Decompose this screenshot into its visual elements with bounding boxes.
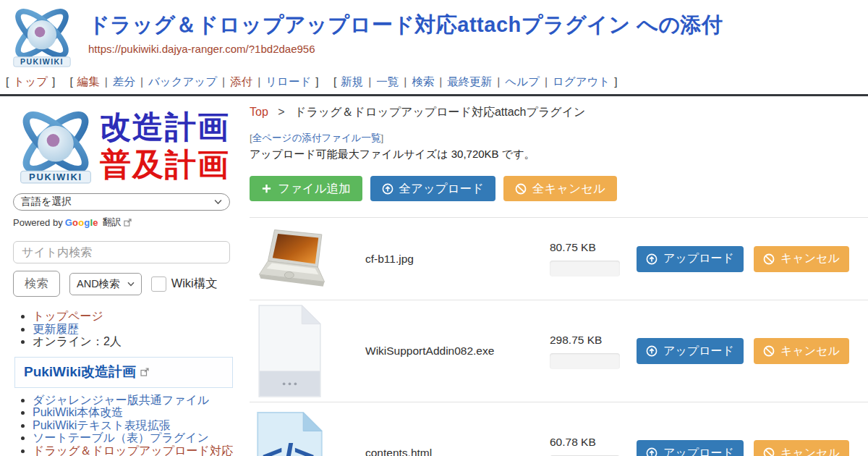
nav-top-link[interactable]: トップ (13, 75, 48, 88)
separator: | (497, 75, 500, 88)
bracket: ] (380, 132, 383, 143)
site-search-input[interactable] (13, 241, 230, 263)
nav-attach-link[interactable]: 添付 (230, 75, 252, 88)
upload-file-list: cf-b11.jpg 80.75 KB アップロード (250, 217, 868, 456)
sidebar-link-sort-table[interactable]: ソートテーブル（表）プラグイン (33, 431, 209, 444)
svg-text:</>: </> (262, 437, 315, 456)
wiki-syntax-label: Wiki構文 (171, 276, 218, 292)
sidebar-link-common-files[interactable]: ダジャレンジャー版共通ファイル (33, 394, 209, 406)
search-button[interactable]: 検索 (13, 271, 60, 297)
nav-recent-link[interactable]: 最終更新 (447, 75, 492, 88)
list-item: ドラッグ＆ドロップアップロード対応attachプラグイン (33, 444, 233, 456)
upload-button[interactable]: アップロード (637, 440, 744, 456)
sidebar-section-title[interactable]: PukiWiki改造計画 (14, 357, 233, 388)
ban-icon (763, 345, 775, 357)
plus-icon (261, 183, 272, 194)
file-size: 60.78 KB (550, 436, 637, 449)
list-item: オンライン：2人 (33, 335, 233, 348)
file-thumbnail: </> (250, 410, 358, 456)
cancel-button[interactable]: キャンセル (754, 338, 849, 364)
file-row: cf-b11.jpg 80.75 KB アップロード (250, 217, 868, 300)
sidebar-link-text-ext[interactable]: PukiWikiテキスト表現拡張 (33, 419, 171, 431)
cancel-all-button[interactable]: 全キャンセル (503, 176, 617, 201)
file-name: cf-b11.jpg (358, 253, 550, 266)
search-mode-select[interactable]: AND検索 (69, 273, 142, 295)
page-title: ドラッグ＆ドロップアップロード対応attachプラグイン への添付 (88, 11, 723, 40)
logo-text-line1: 改造計画 (100, 108, 230, 145)
upload-button[interactable]: アップロード (637, 338, 744, 364)
separator: | (368, 75, 371, 88)
ban-icon (515, 183, 527, 195)
nav-help-link[interactable]: ヘルプ (505, 75, 540, 88)
cancel-label: キャンセル (780, 446, 840, 456)
upload-button[interactable]: アップロード (637, 246, 744, 272)
cancel-label: キャンセル (780, 344, 840, 359)
list-item: PukiWikiテキスト表現拡張 (33, 419, 233, 432)
cancel-button[interactable]: キャンセル (754, 440, 849, 456)
search-mode-value: AND検索 (77, 277, 120, 291)
language-select[interactable]: 言語を選択 (13, 193, 230, 211)
chevron-down-icon (127, 282, 135, 287)
section-title-text: PukiWiki改造計画 (24, 363, 136, 381)
html-code-file-icon: </> (255, 410, 324, 456)
cancel-all-label: 全キャンセル (532, 181, 605, 197)
add-files-button[interactable]: ファイル追加 (250, 176, 362, 201)
sidebar: 改造計画 普及計画 言語を選択 Powered by Google 翻訳 検索 … (0, 96, 239, 456)
sidebar-link-dnd-attach[interactable]: ドラッグ＆ドロップアップロード対応attachプラグイン (33, 444, 233, 456)
nav-reload-link[interactable]: リロード (265, 75, 311, 88)
list-item: ダジャレンジャー版共通ファイル (33, 394, 233, 407)
file-size: 298.75 KB (550, 334, 637, 347)
bulk-action-buttons: ファイル追加 全アップロード 全キャンセル (250, 176, 868, 201)
page-url: https://pukiwiki.dajya-ranger.com/?1bd2d… (88, 43, 723, 55)
arrow-up-circle-icon (646, 253, 658, 265)
wiki-syntax-checkbox[interactable] (151, 276, 166, 292)
separator: | (545, 75, 548, 88)
ban-icon (763, 253, 775, 265)
separator: | (258, 75, 260, 88)
max-upload-size-text: アップロード可能最大ファイルサイズは 30,720KB です。 (250, 148, 868, 161)
list-item: トップページ (33, 310, 233, 323)
language-select-value: 言語を選択 (21, 195, 72, 208)
list-item: 更新履歴 (33, 323, 233, 336)
file-name: contents.html (358, 447, 550, 456)
site-header: ドラッグ＆ドロップアップロード対応attachプラグイン への添付 https:… (0, 0, 868, 71)
pukiwiki-logo[interactable] (7, 4, 77, 71)
upload-progress-bar (550, 353, 620, 369)
google-logo: Google (65, 217, 98, 228)
nav-search-link[interactable]: 検索 (412, 75, 434, 88)
nav-logout-link[interactable]: ログアウト (553, 75, 610, 88)
google-translate-attribution: Powered by Google 翻訳 (13, 216, 233, 229)
sidebar-link-history[interactable]: 更新履歴 (33, 323, 79, 335)
sidebar-site-logo[interactable]: 改造計画 普及計画 (13, 105, 233, 186)
nav-new-link[interactable]: 新規 (341, 75, 363, 88)
file-row: WikiSupportAddin082.exe 298.75 KB アップロード (250, 300, 868, 402)
sidebar-link-core-mod[interactable]: PukiWiki本体改造 (33, 406, 123, 418)
generic-file-icon (255, 303, 324, 399)
nav-edit-link[interactable]: 編集 (77, 75, 100, 88)
separator: | (439, 75, 442, 88)
powered-by-text: Powered by (13, 217, 63, 228)
nav-list-link[interactable]: 一覧 (376, 75, 399, 88)
file-row: </> contents.html 60.78 KB アップロード (250, 402, 868, 456)
file-size: 80.75 KB (550, 241, 637, 254)
translate-link[interactable]: 翻訳 (103, 216, 122, 229)
file-thumbnail (250, 226, 358, 292)
external-link-icon (140, 368, 149, 376)
breadcrumb-top-link[interactable]: Top (250, 106, 268, 118)
upload-all-button[interactable]: 全アップロード (370, 176, 495, 201)
upload-label: アップロード (663, 446, 734, 456)
sidebar-link-toppage[interactable]: トップページ (33, 310, 103, 322)
logo-text-line2: 普及計画 (100, 145, 230, 183)
sidebar-plugin-links: ダジャレンジャー版共通ファイル PukiWiki本体改造 PukiWikiテキス… (13, 394, 233, 456)
online-count: オンライン：2人 (33, 335, 122, 347)
upload-label: アップロード (663, 251, 734, 266)
all-attachments-link[interactable]: 全ページの添付ファイル一覧 (252, 132, 381, 143)
nav-backup-link[interactable]: バックアップ (148, 75, 217, 88)
cancel-button[interactable]: キャンセル (754, 246, 849, 272)
arrow-up-circle-icon (382, 183, 393, 195)
chevron-down-icon (214, 199, 222, 205)
nav-diff-link[interactable]: 差分 (113, 75, 135, 88)
attach-list-line: [全ページの添付ファイル一覧] (250, 132, 868, 145)
top-navigation: [トップ] [編集|差分|バックアップ|添付|リロード] [新規|一覧|検索|最… (0, 71, 868, 94)
upload-all-label: 全アップロード (399, 181, 484, 197)
